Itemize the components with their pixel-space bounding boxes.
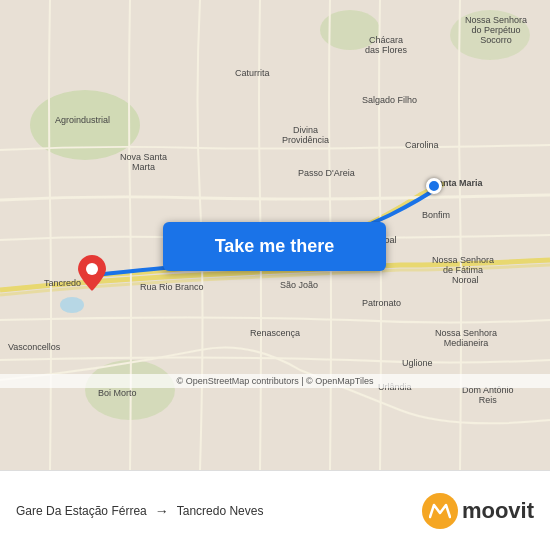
map-area: Nossa Senhorado PerpétuoSocorro Chácarad… xyxy=(0,0,550,470)
moovit-icon xyxy=(422,493,458,529)
moovit-name: moovit xyxy=(462,498,534,524)
take-me-there-button[interactable]: Take me there xyxy=(163,222,386,271)
app-container: Nossa Senhorado PerpétuoSocorro Chácarad… xyxy=(0,0,550,550)
svg-point-1 xyxy=(30,90,140,160)
route-arrow: → xyxy=(155,503,169,519)
svg-point-5 xyxy=(60,297,84,313)
svg-point-6 xyxy=(86,263,98,275)
destination-pin xyxy=(78,255,106,291)
route-info: Gare Da Estação Férrea → Tancredo Neves xyxy=(16,503,422,519)
attribution: © OpenStreetMap contributors | © OpenMap… xyxy=(0,374,550,388)
bottom-bar: Gare Da Estação Férrea → Tancredo Neves … xyxy=(0,470,550,550)
origin-dot xyxy=(426,178,442,194)
route-to: Tancredo Neves xyxy=(177,504,264,518)
moovit-logo: moovit xyxy=(422,493,534,529)
route-from: Gare Da Estação Férrea xyxy=(16,504,147,518)
svg-point-3 xyxy=(450,10,530,60)
